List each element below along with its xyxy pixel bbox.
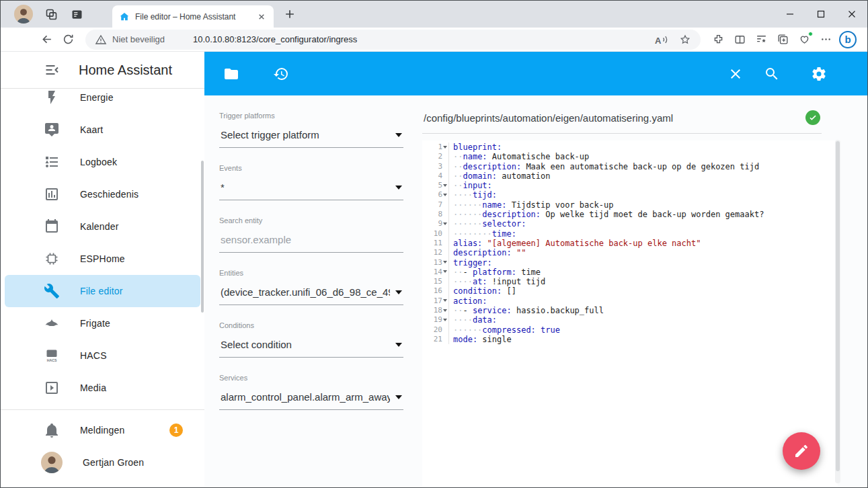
fold-arrow-icon[interactable] — [443, 184, 447, 187]
search-icon[interactable] — [764, 66, 780, 82]
gutter — [442, 190, 449, 200]
sidebar-nav: EnergieKaartLogboekGeschiedenisKalenderE… — [1, 81, 204, 404]
entity-search-input[interactable] — [219, 231, 403, 253]
form-select[interactable]: * — [219, 179, 403, 200]
gutter — [442, 277, 449, 286]
gutter — [442, 181, 449, 190]
workspaces-icon[interactable] — [44, 7, 58, 22]
code-line: 1blueprint: — [422, 143, 838, 152]
fold-arrow-icon[interactable] — [443, 146, 447, 149]
security-label[interactable]: Niet beveiligd — [112, 34, 165, 44]
sidebar-item-geschiedenis[interactable]: Geschiedenis — [5, 178, 200, 210]
form-select[interactable]: alarm_control_panel.alarm_arm_away — [219, 389, 403, 410]
close-button[interactable] — [836, 1, 867, 28]
folder-icon[interactable] — [223, 66, 239, 82]
sidebar-item-file-editor[interactable]: File editor — [5, 275, 200, 307]
editor-toolbar — [204, 52, 867, 95]
file-path-field[interactable]: /config/blueprints/automation/eigen/auto… — [422, 105, 822, 134]
window-controls — [775, 1, 867, 28]
browser-titlebar: File editor – Home Assistant — [1, 1, 867, 28]
refresh-button[interactable] — [57, 30, 79, 50]
editor-scrollbar[interactable] — [835, 140, 840, 483]
scrollbar-thumb[interactable] — [836, 141, 840, 471]
code-text: ····data: — [453, 315, 497, 325]
sidebar-item-kalender[interactable]: Kalender — [5, 210, 200, 243]
address-bar[interactable]: Niet beveiligd 10.0.10.80:8123/core_conf… — [85, 30, 701, 50]
edit-fab[interactable] — [783, 432, 820, 470]
warning-icon — [95, 34, 107, 46]
close-editor-icon[interactable] — [727, 66, 744, 82]
gutter — [442, 210, 449, 219]
read-aloud-icon[interactable]: A — [655, 34, 670, 46]
fold-arrow-icon[interactable] — [443, 319, 447, 321]
url-text[interactable]: 10.0.10.80:8123/core_configurator/ingres… — [193, 34, 647, 44]
browser-tab[interactable]: File editor – Home Assistant — [112, 5, 274, 28]
sidebar-scrollbar[interactable] — [201, 161, 204, 313]
browser-profile-avatar[interactable] — [14, 5, 33, 24]
form-group: Servicesalarm_control_panel.alarm_arm_aw… — [219, 374, 403, 410]
collections-icon[interactable] — [772, 30, 793, 50]
line-number: 5 — [422, 181, 442, 190]
minimize-button[interactable] — [775, 1, 805, 28]
flash-icon — [44, 89, 60, 106]
gutter — [442, 335, 449, 344]
sidebar-item-frigate[interactable]: Frigate — [5, 307, 200, 339]
split-screen-icon[interactable] — [729, 30, 750, 50]
sidebar-item-user[interactable]: Gertjan Groen — [5, 446, 200, 479]
fold-arrow-icon[interactable] — [443, 270, 447, 273]
bell-icon — [44, 422, 60, 438]
sidebar-item-hacs[interactable]: HACSHACS — [5, 339, 200, 372]
app-title: Home Assistant — [79, 63, 172, 78]
new-tab-button[interactable] — [283, 7, 297, 21]
code-text: ······description: Op welke tijd moet de… — [453, 210, 764, 219]
line-number: 12 — [422, 248, 442, 257]
line-number: 1 — [422, 143, 442, 152]
form-select[interactable]: (device_tracker.unifi_06_d6_98_ce_49_1..… — [219, 284, 403, 305]
automation-form: Trigger platformsSelect trigger platform… — [204, 95, 416, 487]
sidebar-divider — [1, 409, 204, 410]
form-select[interactable]: Select trigger platform — [219, 126, 403, 148]
gear-icon[interactable] — [811, 66, 827, 82]
sidebar-item-meldingen[interactable]: Meldingen 1 — [5, 414, 200, 446]
favorite-star-icon[interactable] — [679, 34, 691, 46]
maximize-button[interactable] — [805, 1, 836, 28]
notification-badge: 1 — [169, 423, 183, 437]
fold-arrow-icon[interactable] — [443, 261, 447, 263]
sidebar-item-logboek[interactable]: Logboek — [5, 146, 200, 178]
gutter — [442, 200, 449, 210]
fold-arrow-icon[interactable] — [443, 222, 447, 225]
bing-icon[interactable]: b — [839, 31, 857, 48]
fold-arrow-icon[interactable] — [443, 309, 447, 312]
sidebar-item-label: Kalender — [80, 221, 119, 232]
home-assistant-favicon — [119, 11, 130, 22]
form-select[interactable]: Select condition — [219, 336, 403, 358]
sidebar-item-media[interactable]: Media — [5, 372, 200, 404]
extensions-icon[interactable] — [707, 30, 729, 50]
code-text: condition: [] — [453, 286, 516, 296]
tab-actions-icon[interactable] — [70, 7, 84, 22]
more-menu-icon[interactable] — [815, 30, 836, 50]
calendar-icon — [44, 218, 60, 235]
form-group-label: Search entity — [219, 216, 403, 225]
file-path[interactable]: /config/blueprints/automation/eigen/auto… — [424, 112, 797, 124]
fold-arrow-icon[interactable] — [443, 299, 447, 302]
hacs-icon: HACS — [44, 348, 60, 364]
favorites-icon[interactable] — [750, 30, 772, 50]
code-text: ··domain: automation — [453, 171, 551, 181]
form-group: ConditionsSelect condition — [219, 321, 403, 358]
back-button[interactable] — [36, 30, 57, 50]
chart-box-icon — [44, 186, 60, 202]
gutter — [442, 162, 449, 171]
tab-close-icon[interactable] — [256, 11, 267, 22]
code-text: alias: "[algemeen] Automatische back-up … — [453, 239, 701, 248]
history-icon[interactable] — [273, 66, 289, 82]
code-editor[interactable]: 1blueprint:2··name: Automatische back-up… — [422, 140, 838, 487]
sidebar-item-esphome[interactable]: ESPHome — [5, 243, 200, 275]
gutter — [442, 152, 449, 161]
browser-essentials-icon[interactable] — [793, 30, 815, 50]
code-line: 16condition: [] — [422, 286, 838, 296]
fold-arrow-icon[interactable] — [443, 194, 447, 196]
sidebar-toggle-icon[interactable] — [44, 62, 60, 78]
dropdown-caret-icon — [395, 343, 402, 347]
sidebar-item-kaart[interactable]: Kaart — [5, 114, 200, 146]
